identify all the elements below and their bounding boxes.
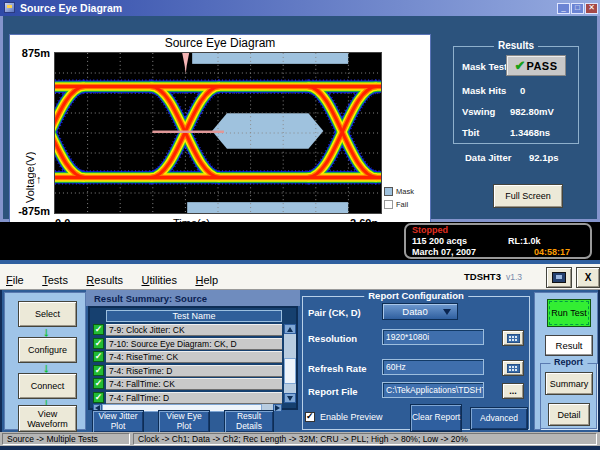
menu-results[interactable]: Results (86, 274, 123, 286)
check-icon: ✓ (306, 411, 314, 421)
window-titlebar[interactable]: Source Eye Diagram _ □ ✕ (0, 0, 600, 16)
scope-display-strip: Stopped 115 200 acqs RL:1.0k March 07, 2… (0, 222, 600, 260)
report-config-title: Report Configuration (364, 290, 468, 301)
mask-top-bar (192, 53, 348, 64)
table-row[interactable]: 7-4: RiseTime: D (106, 365, 282, 377)
app-window-button[interactable] (546, 267, 572, 288)
vswing-label: Vswing (462, 106, 495, 117)
status-left: Source -> Multiple Tests (2, 433, 130, 445)
status-right: Clock -> Ch1; Data -> Ch2; Rec Length ->… (133, 433, 597, 445)
full-screen-button[interactable]: Full Screen (493, 184, 563, 208)
legend: Mask Fail (384, 187, 414, 209)
table-row[interactable]: 7-9: Clock Jitter: CK (106, 324, 282, 336)
report-group-title: Report (550, 357, 587, 367)
run-test-button[interactable]: Run Test (547, 299, 591, 327)
eye-diagram-window: Source Eye Diagram 875m -875m Voltage(V)… (0, 16, 600, 222)
mask-hexagon (212, 113, 323, 149)
mask-legend-swatch (384, 187, 393, 196)
result-details-button[interactable]: Result Details (224, 410, 274, 433)
menu-utilities[interactable]: Utilities (142, 274, 177, 286)
app-close-button[interactable]: X (576, 267, 600, 288)
browse-button[interactable]: ... (502, 383, 524, 399)
menu-help[interactable]: Help (195, 274, 218, 286)
view-waveform-button[interactable]: View Waveform (18, 405, 77, 432)
y-axis-title: Voltage(V) (24, 93, 36, 203)
pass-badge: ✔ PASS (506, 55, 566, 76)
resolution-keypad-button[interactable] (502, 330, 524, 346)
y-axis-arrow-icon: ↑ (36, 173, 42, 185)
y-axis-min: -875m (10, 205, 50, 217)
workflow-sidebar: Select ↓ Configure ↓ Connect ↓ View Wave… (4, 292, 86, 430)
summary-title: Result Summary: Source (94, 293, 207, 304)
test-table: ✓ ✓ ✓ ✓ ✓ ✓ Test Name 7-9: Clock Jitter:… (88, 306, 298, 410)
resolution-label: Resolution (308, 333, 357, 344)
acquisition-state: Stopped (412, 225, 448, 235)
result-button[interactable]: Result (545, 335, 593, 356)
pass-check-icon: ✓ (93, 338, 104, 349)
enable-preview-checkbox[interactable]: ✓ (305, 412, 315, 422)
data-jitter-value: 92.1ps (529, 152, 559, 163)
pass-check-icon: ✓ (93, 324, 104, 335)
table-row[interactable]: 7-4: RiseTime: CK (106, 351, 282, 363)
down-arrow-icon: ↓ (43, 326, 50, 337)
menu-file[interactable]: File (6, 274, 24, 286)
scroll-up-icon[interactable] (284, 324, 296, 334)
report-groupbox: Report Summary Detail (540, 363, 597, 429)
tbit-label: Tbit (462, 127, 479, 138)
detail-button[interactable]: Detail (548, 403, 590, 426)
mask-bottom-bar (187, 202, 348, 213)
acquisition-count: 115 200 acqs (412, 236, 467, 246)
action-sidebar: Run Test Result Report Summary Detail (534, 292, 598, 430)
main-panel: Select ↓ Configure ↓ Connect ↓ View Wave… (0, 290, 600, 432)
report-file-field[interactable]: C:\TekApplications\TDSHT (382, 382, 484, 398)
pass-check-icon: ✓ (93, 378, 104, 389)
mask-test-label: Mask Test (462, 61, 507, 72)
minimize-button[interactable]: _ (557, 3, 570, 14)
eye-plot-panel: Source Eye Diagram 875m -875m Voltage(V)… (9, 34, 431, 232)
scrollbar-thumb[interactable] (284, 358, 296, 384)
resolution-field[interactable]: 1920*1080i (382, 329, 484, 345)
app-version: v1.3 (506, 272, 522, 282)
pass-check-icon: ✓ (93, 351, 104, 362)
pair-label: Pair (CK, D) (308, 307, 361, 318)
maximize-button[interactable]: □ (571, 3, 584, 14)
y-axis-max: 875m (10, 47, 50, 59)
menu-tests[interactable]: Tests (42, 274, 68, 286)
vswing-value: 982.80mV (510, 106, 554, 117)
results-groupbox: Results Mask Test ✔ PASS Mask Hits 0 Vsw… (453, 46, 579, 144)
pair-dropdown[interactable]: Data0 (382, 303, 458, 320)
vertical-scrollbar[interactable] (284, 324, 296, 403)
table-row[interactable]: 7-4: FallTime: D (106, 392, 282, 404)
pass-check-icon: ✓ (93, 392, 104, 403)
refresh-rate-field[interactable]: 60Hz (382, 359, 484, 375)
scope-date: March 07, 2007 (412, 247, 476, 257)
data-jitter-label: Data Jitter (465, 152, 511, 163)
enable-preview-label: Enable Preview (320, 412, 383, 422)
fail-legend-label: Fail (396, 200, 408, 209)
summary-button[interactable]: Summary (545, 372, 593, 395)
table-header: Test Name (106, 310, 282, 322)
view-eye-plot-button[interactable]: View Eye Plot (158, 410, 210, 433)
record-length: RL:1.0k (508, 236, 541, 246)
advanced-button[interactable]: Advanced (470, 407, 528, 430)
clear-report-button[interactable]: Clear Report (410, 404, 462, 432)
results-title: Results (494, 40, 538, 51)
view-jitter-plot-button[interactable]: View Jitter Plot (92, 410, 144, 433)
refresh-keypad-button[interactable] (502, 360, 524, 376)
pair-value: Data0 (383, 306, 447, 317)
pass-label: PASS (526, 60, 557, 72)
mask-hits-value: 0 (520, 85, 525, 96)
scroll-right-icon[interactable] (273, 404, 282, 412)
plot-title: Source Eye Diagram (10, 36, 430, 50)
refresh-rate-label: Refresh Rate (308, 363, 367, 374)
app-name: TDSHT3 (464, 271, 501, 282)
table-row[interactable]: 7-10: Source Eye Diagram: CK, D (106, 338, 282, 350)
scope-time: 04:58:17 (534, 247, 570, 257)
app-window-icon (552, 272, 566, 283)
menu-bar: File Tests Results Utilities Help TDSHT3… (0, 264, 600, 290)
report-file-label: Report File (308, 386, 358, 397)
table-row[interactable]: 7-4: FallTime: CK (106, 378, 282, 390)
scroll-down-icon[interactable] (284, 393, 296, 403)
close-icon[interactable]: ✕ (585, 3, 598, 14)
reference-marker (182, 53, 189, 74)
